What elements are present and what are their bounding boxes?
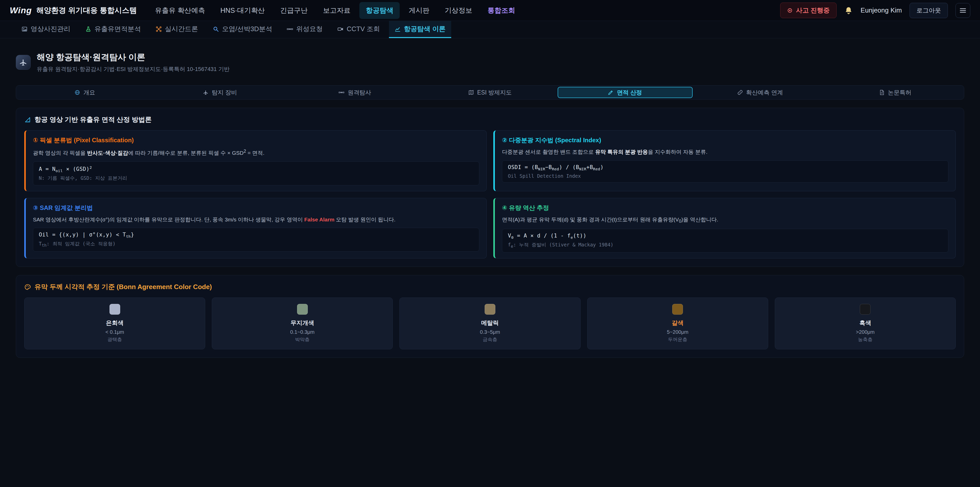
thickness-card-brown: 갈색 5~200μm 두꺼운층 [587,297,768,349]
tab-label: 확산예측 연계 [746,89,783,97]
tab-label: 개요 [83,89,95,97]
page-title: 해양 항공탐색·원격탐사 이론 [37,51,229,63]
user-name: Eunjeong Kim [861,6,902,14]
tab-diffusion-link[interactable]: 확산예측 연계 [693,87,828,98]
menu-item-emergency-rescue[interactable]: 긴급구난 [274,2,314,19]
satellite-icon [339,89,344,95]
app-title: 해양환경 위기대응 통합시스템 [37,5,137,16]
menu-item-integrated-view[interactable]: 통합조회 [481,2,522,19]
methods-section-heading: 항공 영상 기반 유출유 면적 산정 방법론 [24,115,956,124]
subnav-image-management[interactable]: 영상사진관리 [16,21,76,38]
flask-icon [85,26,91,32]
menu-item-board[interactable]: 게시판 [402,2,436,19]
subnav-label: 유출유면적분석 [94,24,141,34]
formula: V0 = A × d / (1 - fe(t)) [508,233,942,240]
tab-papers-patents[interactable]: 논문특허 [828,87,963,98]
page-header: 해양 항공탐색·원격탐사 이론 유출유 원격탐지·항공감시 기법·ESI 방제정… [16,51,964,73]
methods-heading-label: 항공 영상 기반 유출유 면적 산정 방법론 [35,115,151,124]
thickness-layer: 두꺼운층 [593,336,763,343]
page-subtitle: 유출유 원격탐지·항공감시 기법·ESI 방제정보지도·등록특허 10-1567… [37,65,229,73]
method-card-title: ④ 유량 역산 추정 [502,204,948,212]
color-swatch [860,304,870,315]
subnav-aerial-theory[interactable]: 항공탐색 이론 [389,21,451,38]
brand[interactable]: Wing 해양환경 위기대응 통합시스템 [10,5,137,16]
tab-esi-map[interactable]: ESI 방제지도 [422,87,557,98]
sub-navigation: 영상사진관리 유출유면적분석 실시간드론 오염/선박3D분석 위성요청 CCTV… [0,21,980,38]
incident-status-label: 사고 진행중 [796,6,830,14]
tab-remote-sensing[interactable]: 원격탐사 [287,87,422,98]
tab-overview[interactable]: 개요 [18,87,152,98]
method-card-description: 다중분광 센서로 촬영한 밴드 조합으로 유막 특유의 분광 반응을 지수화하여… [502,148,948,156]
subnav-satellite-request[interactable]: 위성요청 [281,21,328,38]
formula-note: Oil Spill Detection Index [508,173,942,179]
logout-button[interactable]: 로그아웃 [910,3,948,18]
document-icon [879,89,885,95]
method-card-description: 광학 영상의 각 픽셀을 반사도·색상·질감에 따라 기름/해수로 분류, 분류… [33,148,479,157]
subnav-pollution-ship-3d[interactable]: 오염/선박3D분석 [207,21,278,38]
subnav-realtime-drone[interactable]: 실시간드론 [150,21,204,38]
subnav-label: 항공탐색 이론 [404,24,445,34]
link-icon [737,89,743,95]
map-icon [468,89,474,95]
thickness-name: 갈색 [593,319,763,327]
method-card-pixel-classification: ① 픽셀 분류법 (Pixel Classification) 광학 영상의 각… [24,130,487,191]
thickness-layer: 광택층 [30,336,200,343]
subnav-label: CCTV 조회 [347,24,380,34]
thickness-name: 은회색 [30,319,200,327]
bonn-section-heading: 유막 두께 시각적 추정 기준 (Bonn Agreement Color Co… [24,283,956,291]
camera-icon [337,26,344,32]
magnifier-icon [213,26,219,32]
method-card-sar-threshold: ③ SAR 임계값 분리법 SAR 영상에서 후방산란계수(σ°)의 임계값 이… [24,198,487,259]
method-card-description: 면적(A)과 평균 유막 두께(d) 및 풍화 경과 시간(t)으로부터 원래 … [502,216,948,225]
thickness-card-black: 흑색 >200μm 농축층 [775,297,956,349]
thickness-range: 0.3~5μm [405,329,575,335]
method-card-title: ③ SAR 임계값 분리법 [33,204,479,212]
main-menu: 유출유 확산예측 HNS·대기확산 긴급구난 보고자료 항공탐색 게시판 기상정… [148,2,522,19]
bonn-grid: 은회색 < 0.1μm 광택층 무지개색 0.1~0.3μm 박막층 메탈릭 0… [24,297,956,349]
subnav-label: 위성요청 [296,24,323,34]
color-swatch [672,304,683,315]
methods-grid: ① 픽셀 분류법 (Pixel Classification) 광학 영상의 각… [24,130,956,259]
tab-label: 논문특허 [888,89,912,97]
subnav-label: 영상사진관리 [30,24,70,34]
menu-item-oil-spill-prediction[interactable]: 유출유 확산예측 [148,2,212,19]
formula-note: Tth: 최적 임계값 (국소 적응형) [39,241,473,248]
thickness-layer: 박막층 [217,336,387,343]
globe-icon [75,89,80,95]
navbar-right: 사고 진행중 Eunjeong Kim 로그아웃 [780,3,970,18]
method-card-volume-back-estimation: ④ 유량 역산 추정 면적(A)과 평균 유막 두께(d) 및 풍화 경과 시간… [493,198,956,259]
menu-item-hns-air-diffusion[interactable]: HNS·대기확산 [214,2,271,19]
thickness-layer: 농축층 [780,336,950,343]
tab-label: 면적 산정 [617,89,642,97]
color-swatch [485,304,495,315]
thickness-name: 흑색 [780,319,950,327]
hamburger-menu-button[interactable] [956,3,970,18]
menu-item-aerial-search[interactable]: 항공탐색 [360,2,400,19]
main-content: 해양 항공탐색·원격탐사 이론 유출유 원격탐지·항공감시 기법·ESI 방제정… [0,38,980,358]
tab-area-calculation[interactable]: 면적 산정 [558,87,693,98]
subnav-cctv-view[interactable]: CCTV 조회 [332,21,385,38]
subnav-label: 오염/선박3D분석 [222,24,272,34]
page-header-plane-icon [16,55,30,70]
menu-item-weather-info[interactable]: 기상정보 [438,2,479,19]
thickness-name: 메탈릭 [405,319,575,327]
hamburger-icon [959,7,966,14]
formula-block: OSDI = (BNIR−BRed) / (BNIR+BRed) Oil Spi… [502,160,948,183]
formula-block: A = Noil × (GSD)2 N: 기름 픽셀수, GSD: 지상 표본거… [33,161,479,185]
formula-note: fe: 누적 증발비 (Stiver & Mackay 1984) [508,241,942,249]
incident-status-badge[interactable]: 사고 진행중 [780,3,837,18]
formula: Oil = {(x,y) | σ°(x,y) < Tth} [39,232,473,238]
subnav-oil-area-analysis[interactable]: 유출유면적분석 [80,21,146,38]
method-card-title: ② 다중분광 지수법 (Spectral Index) [502,136,948,144]
color-swatch [297,304,308,315]
formula: A = Noil × (GSD)2 [39,165,473,173]
pencil-icon [608,89,614,95]
menu-item-reports[interactable]: 보고자료 [317,2,357,19]
tab-detection-equipment[interactable]: 탐지 장비 [152,87,287,98]
thickness-range: >200μm [780,329,950,335]
color-swatch [110,304,120,315]
drone-icon [156,26,162,32]
notifications-bell-icon[interactable] [844,6,853,15]
method-card-description: SAR 영상에서 후방산란계수(σ°)의 임계값 이하를 유막으로 판정합니다.… [33,216,479,224]
tab-label: 탐지 장비 [212,89,237,97]
